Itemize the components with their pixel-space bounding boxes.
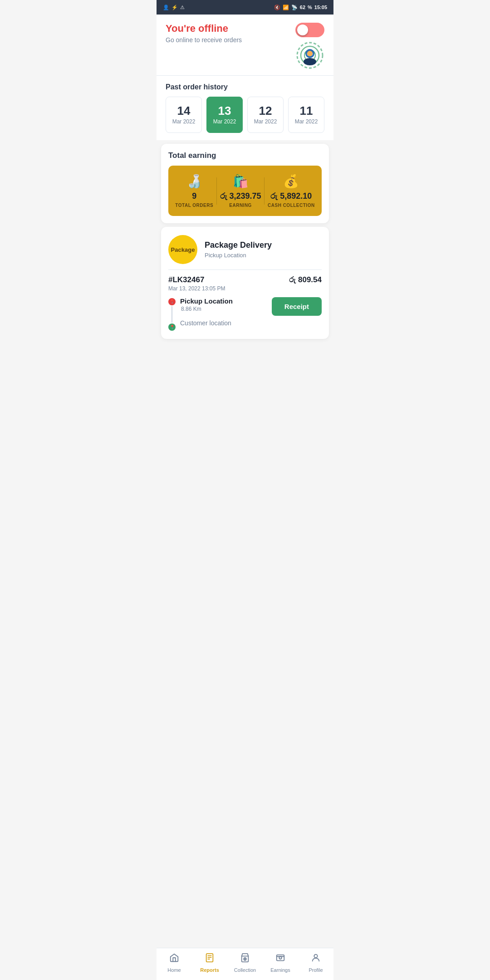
offline-subtitle: Go online to receive orders xyxy=(166,36,242,44)
total-orders-item: 🍶 9 TOTAL ORDERS xyxy=(175,174,213,208)
past-order-label: Past order history xyxy=(166,83,324,91)
date-card-13[interactable]: 13 Mar 2022 xyxy=(206,97,243,133)
delivery-title: Package Delivery xyxy=(205,240,272,250)
earning-item: 🛍️ රු 3,239.75 EARNING xyxy=(220,174,261,208)
cash-collection-item: 💰 රු 5,892.10 CASH COLLECTION xyxy=(268,174,315,208)
date-month-12: Mar 2022 xyxy=(254,118,277,125)
rider-avatar xyxy=(295,41,324,70)
date-num-12: 12 xyxy=(259,105,272,117)
date-num-11: 11 xyxy=(300,105,313,117)
header-section: You're offline Go online to receive orde… xyxy=(157,15,333,75)
header-right xyxy=(295,23,324,70)
time-display: 15:05 xyxy=(314,5,327,10)
toggle-track xyxy=(295,23,324,37)
location-details: Pickup Location 8.86 Km Customer locatio… xyxy=(180,297,267,327)
wifi-icon: 📶 xyxy=(283,5,289,10)
date-section: Past order history 14 Mar 2022 13 Mar 20… xyxy=(157,76,333,140)
person-icon: 👤 xyxy=(163,5,169,10)
date-scroll[interactable]: 14 Mar 2022 13 Mar 2022 12 Mar 2022 11 M… xyxy=(166,97,324,140)
earning-label: EARNING xyxy=(229,203,252,208)
total-orders-label: TOTAL ORDERS xyxy=(175,203,213,208)
date-month-11: Mar 2022 xyxy=(295,118,318,125)
package-badge: Package xyxy=(168,235,197,264)
order-id: #LK32467 xyxy=(168,275,225,284)
offline-title: You're offline xyxy=(166,23,242,34)
status-bar: 👤 ⚡ ⚠ 🔇 📶 📡 62% 15:05 xyxy=(157,0,333,15)
online-toggle[interactable] xyxy=(295,23,324,37)
earning-divider-1 xyxy=(216,177,217,205)
mute-icon: 🔇 xyxy=(274,5,280,10)
earning-card: 🍶 9 TOTAL ORDERS 🛍️ රු 3,239.75 EARNING … xyxy=(168,166,322,216)
pickup-dot: 📍 xyxy=(168,298,176,305)
delivery-subtitle: Pickup Location xyxy=(205,252,272,259)
svg-point-3 xyxy=(304,58,316,65)
offline-info: You're offline Go online to receive orde… xyxy=(166,23,242,44)
svg-point-6 xyxy=(307,51,313,56)
receipt-button-wrapper: Receipt xyxy=(272,297,322,316)
date-month-13: Mar 2022 xyxy=(213,118,236,125)
destination-dot: 📍 xyxy=(168,323,176,331)
signal-icon: 📡 xyxy=(291,5,298,10)
receipt-button[interactable]: Receipt xyxy=(272,297,322,316)
date-num-13: 13 xyxy=(218,105,231,117)
order-id-section: #LK32467 Mar 13, 2022 13:05 PM xyxy=(168,275,225,292)
distance-label: 8.86 Km xyxy=(180,306,267,312)
earning-section: Total earning 🍶 9 TOTAL ORDERS 🛍️ රු 3,2… xyxy=(161,144,329,223)
location-section: 📍 📍 Pickup Location 8.86 Km Customer loc… xyxy=(168,297,322,331)
date-card-12[interactable]: 12 Mar 2022 xyxy=(247,97,284,133)
status-right-icons: 🔇 📶 📡 62% 15:05 xyxy=(274,5,327,10)
toggle-thumb xyxy=(297,24,308,35)
customer-location-label: Customer location xyxy=(180,316,267,327)
date-month-14: Mar 2022 xyxy=(172,118,196,125)
earning-divider-2 xyxy=(264,177,265,205)
battery-level: 62 xyxy=(300,5,305,10)
delivery-info: Package Delivery Pickup Location xyxy=(205,240,272,259)
date-num-14: 14 xyxy=(177,105,191,117)
bottles-icon: 🍶 xyxy=(186,174,202,189)
money-bag-icon: 💰 xyxy=(283,174,299,189)
usb-icon: ⚡ xyxy=(172,5,178,10)
bag-dollar-icon: 🛍️ xyxy=(233,174,249,189)
cash-collection-label: CASH COLLECTION xyxy=(268,203,315,208)
status-left-icons: 👤 ⚡ ⚠ xyxy=(163,5,185,10)
order-row: #LK32467 Mar 13, 2022 13:05 PM රු 809.54 xyxy=(168,275,322,292)
order-time: Mar 13, 2022 13:05 PM xyxy=(168,285,225,292)
earning-title: Total earning xyxy=(168,151,322,160)
order-amount: රු 809.54 xyxy=(289,275,322,284)
delivery-divider xyxy=(168,270,322,270)
cash-collection-value: රු 5,892.10 xyxy=(270,191,312,201)
earning-value: රු 3,239.75 xyxy=(220,191,261,201)
rider-svg xyxy=(295,41,324,70)
pickup-location-label: Pickup Location xyxy=(180,297,267,305)
delivery-section: Package Package Delivery Pickup Location… xyxy=(161,227,329,339)
delivery-header: Package Package Delivery Pickup Location xyxy=(168,235,322,264)
date-card-11[interactable]: 11 Mar 2022 xyxy=(288,97,324,133)
warning-icon: ⚠ xyxy=(180,5,185,10)
total-orders-value: 9 xyxy=(192,191,196,201)
route-line xyxy=(172,306,172,323)
location-icons: 📍 📍 xyxy=(168,297,176,331)
date-card-14[interactable]: 14 Mar 2022 xyxy=(166,97,202,133)
